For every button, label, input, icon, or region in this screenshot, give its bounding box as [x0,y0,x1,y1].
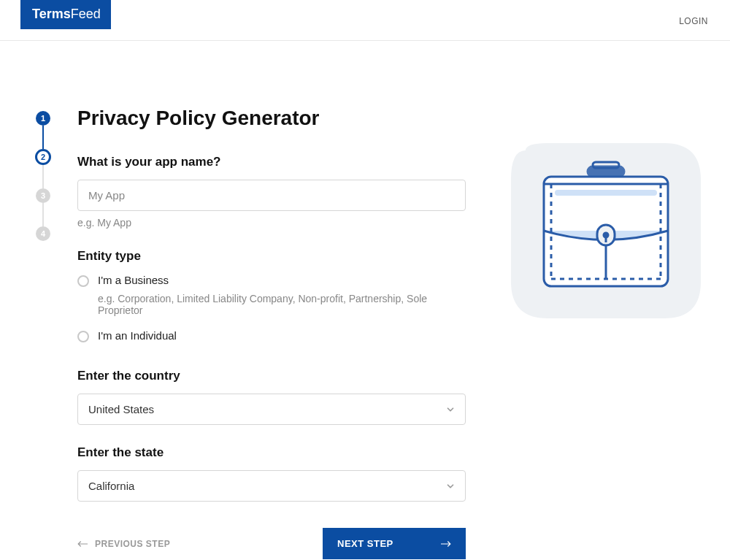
stepper: 1 2 3 4 [31,107,55,559]
next-step-label: NEXT STEP [337,538,393,549]
entity-radio-group: I'm a Business e.g. Corporation, Limited… [77,274,472,342]
step-line [42,203,44,226]
arrow-right-icon [441,540,451,548]
radio-label: I'm a Business [98,274,169,286]
briefcase-illustration [504,136,708,326]
main: 1 2 3 4 Privacy Policy Generator What is… [0,41,730,560]
topbar: TermsFeed LOGIN [0,0,730,41]
previous-step-label: PREVIOUS STEP [95,539,170,549]
step-2[interactable]: 2 [35,149,51,165]
svg-rect-3 [555,190,657,196]
state-select-wrap: California [77,470,466,502]
login-link[interactable]: LOGIN [679,16,708,26]
next-step-button[interactable]: NEXT STEP [323,528,466,559]
country-label: Enter the country [77,369,472,383]
page-title: Privacy Policy Generator [77,107,472,130]
logo-text-bold: Terms [32,7,71,21]
step-line [42,165,44,188]
step-1[interactable]: 1 [36,111,50,126]
step-line [42,126,44,149]
nav-row: PREVIOUS STEP NEXT STEP [77,528,466,559]
radio-icon [77,331,89,342]
country-select[interactable]: United States [77,394,466,425]
state-select[interactable]: California [77,470,466,502]
content: Privacy Policy Generator What is your ap… [77,107,472,559]
app-name-input[interactable] [77,180,466,211]
logo[interactable]: TermsFeed [20,0,111,29]
country-select-wrap: United States [77,394,466,425]
radio-icon [77,275,89,287]
step-4[interactable]: 4 [36,226,50,241]
arrow-left-icon [77,540,88,548]
app-name-label: What is your app name? [77,155,472,169]
entity-radio-individual[interactable]: I'm an Individual [77,329,472,342]
step-3[interactable]: 3 [36,188,50,203]
logo-text-light: Feed [71,7,101,21]
entity-radio-business[interactable]: I'm a Business [77,274,472,287]
state-label: Enter the state [77,445,472,460]
radio-label: I'm an Individual [98,329,177,342]
entity-business-helper: e.g. Corporation, Limited Liability Comp… [98,293,472,316]
app-name-helper: e.g. My App [77,217,472,229]
entity-type-label: Entity type [77,249,472,264]
previous-step-button[interactable]: PREVIOUS STEP [77,539,170,549]
